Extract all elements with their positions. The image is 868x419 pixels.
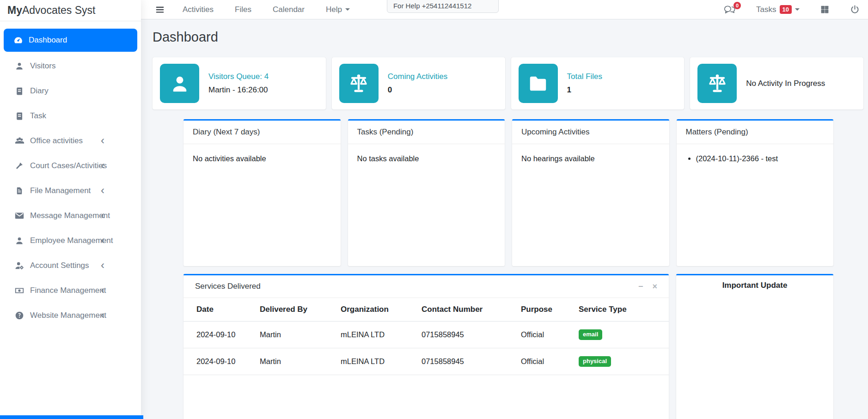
sidebar-item-label: File Management [30, 186, 91, 195]
balance-scale-icon [339, 64, 379, 103]
chevron-left-icon: ‹ [101, 135, 104, 146]
cell-delivered-by: Martin [255, 348, 336, 375]
file-icon [14, 187, 25, 195]
cell-contact-number: 0715858945 [417, 348, 516, 375]
close-icon[interactable]: × [652, 282, 657, 291]
tachometer-icon [12, 36, 24, 45]
services-table: Date Delivered By Organization Contact N… [183, 298, 669, 375]
panel-diary: Diary (Next 7 days) No activities availa… [183, 119, 341, 266]
sidebar-item-label: Dashboard [29, 36, 67, 45]
hamburger-menu-icon[interactable] [155, 5, 165, 15]
panel-empty-text: No activities available [183, 144, 341, 173]
top-navbar: Activities Files Calendar Help For Help … [141, 0, 868, 19]
user-gear-icon [14, 261, 25, 271]
chevron-left-icon: ‹ [101, 210, 104, 221]
user-icon [160, 64, 199, 103]
sidebar-item-message-management[interactable]: Message Management ‹ [0, 203, 141, 228]
nav-link-calendar[interactable]: Calendar [273, 5, 305, 14]
tasks-dropdown[interactable]: Tasks 10 [756, 5, 800, 14]
cell-contact-number: 0715858945 [417, 322, 516, 348]
main-content: Dashboard Visitors Queue: 4 Martin - 16:… [141, 19, 868, 419]
sidebar-item-employee-management[interactable]: Employee Management ‹ [0, 228, 141, 253]
panel-empty-text: No tasks available [348, 144, 505, 173]
user-icon [14, 236, 25, 245]
panel-title: Upcoming Activities [512, 121, 669, 144]
sidebar-item-account-settings[interactable]: Account Settings ‹ [0, 253, 141, 278]
info-cards-row: Visitors Queue: 4 Martin - 16:26:00 Comi… [153, 57, 863, 109]
chevron-left-icon: ‹ [101, 260, 104, 271]
sidebar-item-court-cases[interactable]: Court Cases/Activities ‹ [0, 153, 141, 178]
service-type-badge: physical [579, 356, 611, 367]
sidebar-item-office-activities[interactable]: Office activities ‹ [0, 128, 141, 153]
sidebar-item-website-management[interactable]: Website Management ‹ [0, 303, 141, 328]
services-panel-title: Services Delivered [195, 282, 261, 291]
apps-grid-button[interactable] [820, 5, 830, 14]
card-title: Coming Activities [388, 72, 447, 81]
sidebar-item-task[interactable]: Task [0, 103, 141, 128]
cell-date: 2024-09-10 [183, 348, 255, 375]
chat-messages-button[interactable]: 0 [723, 5, 736, 15]
summary-panels-row: Diary (Next 7 days) No activities availa… [183, 119, 833, 266]
chevron-left-icon: ‹ [101, 310, 104, 321]
panel-title: Matters (Pending) [677, 121, 834, 144]
chevron-left-icon: ‹ [101, 235, 104, 246]
bottom-row: Services Delivered − × Date Delivered By… [183, 274, 833, 419]
cell-date: 2024-09-10 [183, 322, 255, 348]
sidebar-item-file-management[interactable]: File Management ‹ [0, 178, 141, 203]
sidebar-item-dashboard[interactable]: Dashboard [4, 29, 137, 52]
matters-list: (2024-10-11)-2366 - test [696, 154, 825, 163]
page-title: Dashboard [153, 28, 863, 46]
chat-count-badge: 0 [734, 2, 741, 9]
book-icon [14, 87, 25, 96]
minimize-icon[interactable]: − [638, 282, 643, 291]
sidebar-item-label: Diary [30, 86, 49, 96]
chevron-left-icon: ‹ [101, 185, 104, 196]
money-bill-icon [14, 285, 25, 296]
sidebar-item-diary[interactable]: Diary [0, 79, 141, 103]
navbar-right-tools: 0 Tasks 10 [723, 5, 868, 15]
cell-organization: mLEINA LTD [336, 322, 417, 348]
sidebar-item-label: Court Cases/Activities [30, 161, 107, 170]
folder-icon [519, 64, 558, 103]
sidebar-item-finance-management[interactable]: Finance Management ‹ [0, 278, 141, 303]
brand-bold: My [7, 4, 22, 17]
chevron-left-icon: ‹ [101, 160, 104, 171]
book-icon [14, 112, 25, 121]
sidebar-item-label: Finance Management [30, 286, 106, 295]
caret-down-icon [795, 8, 800, 11]
caret-down-icon [345, 8, 350, 11]
user-icon [14, 61, 25, 71]
nav-link-files[interactable]: Files [235, 5, 251, 14]
brand-logo[interactable]: MyAdvocates Syst [0, 0, 141, 21]
nav-link-help[interactable]: Help [326, 5, 350, 14]
card-subtitle: Martin - 16:26:00 [208, 85, 269, 95]
sidebar-item-label: Task [30, 111, 46, 121]
chevron-left-icon: ‹ [101, 285, 104, 296]
sidebar-item-label: Office activities [30, 136, 83, 146]
important-update-title: Important Update [676, 275, 833, 290]
panel-upcoming-activities: Upcoming Activities No hearings availabl… [512, 119, 669, 266]
table-row: 2024-09-10 Martin mLEINA LTD 0715858945 … [183, 348, 669, 375]
power-icon [850, 5, 860, 14]
sidebar-item-label: Account Settings [30, 261, 89, 270]
help-phone-box: For Help +254112441512 [387, 0, 499, 13]
column-header-service-type: Service Type [574, 298, 669, 322]
panel-empty-text: No hearings available [512, 144, 669, 173]
cell-purpose: Official [516, 322, 574, 348]
cell-purpose: Official [516, 348, 574, 375]
nav-link-activities[interactable]: Activities [183, 5, 214, 14]
panel-matters-pending: Matters (Pending) (2024-10-11)-2366 - te… [677, 119, 834, 266]
matter-item[interactable]: (2024-10-11)-2366 - test [696, 154, 825, 163]
card-activity-status: No Activity In Progress [690, 57, 863, 109]
balance-scale-icon [697, 64, 737, 103]
sidebar-item-visitors[interactable]: Visitors [0, 54, 141, 79]
sidebar-item-label: Visitors [30, 61, 55, 71]
column-header-delivered-by: Delivered By [255, 298, 336, 322]
cell-delivered-by: Martin [255, 322, 336, 348]
logout-power-button[interactable] [850, 5, 860, 14]
column-header-purpose: Purpose [516, 298, 574, 322]
grid-icon [820, 5, 830, 14]
column-header-date: Date [183, 298, 255, 322]
cell-organization: mLEINA LTD [336, 348, 417, 375]
card-total-files: Total Files 1 [511, 57, 685, 109]
